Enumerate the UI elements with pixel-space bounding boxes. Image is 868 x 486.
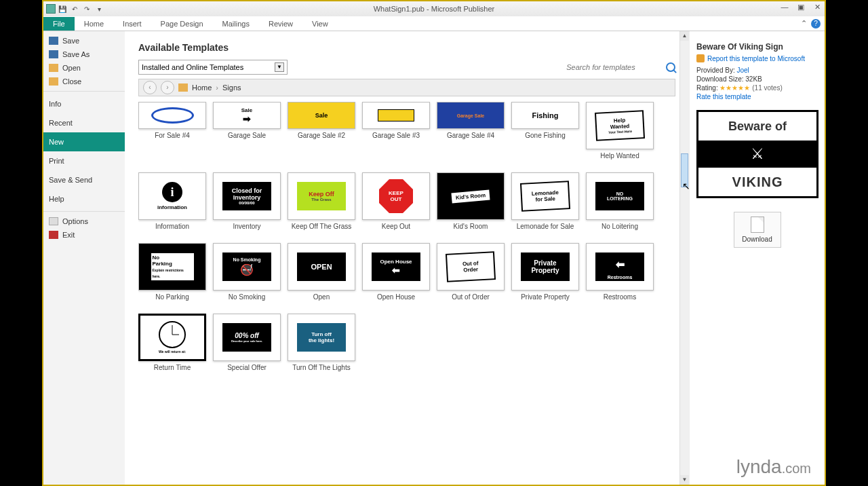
template-open[interactable]: OPEN Open xyxy=(288,243,355,301)
app-window: 💾 ↶ ↷ ▾ WhatSign1.pub - Microsoft Publis… xyxy=(42,0,826,486)
template-keep-off-grass[interactable]: Keep OffThe Grass Keep Off The Grass xyxy=(288,172,355,231)
template-lemonade[interactable]: Lemonadefor Sale Lemonade for Sale xyxy=(511,172,579,231)
tab-home[interactable]: Home xyxy=(75,17,113,31)
star-icons: ★★★★★ xyxy=(719,84,750,92)
top-controls: Installed and Online Templates ▼ xyxy=(138,60,675,75)
exit-icon xyxy=(49,231,58,239)
sidebar-save-send[interactable]: Save & Send xyxy=(43,170,125,189)
breadcrumb-home[interactable]: Home xyxy=(192,83,212,92)
qat-save-icon[interactable]: 💾 xyxy=(57,3,68,14)
ribbon-minimize-icon[interactable]: ⌃ xyxy=(799,19,808,29)
content-area: Available Templates Installed and Online… xyxy=(125,31,825,485)
provided-by: Provided By: Joel xyxy=(696,67,818,74)
template-no-loitering[interactable]: NOLOITERING No Loitering xyxy=(586,172,654,231)
download-size: Download Size: 32KB xyxy=(696,75,818,83)
home-icon[interactable] xyxy=(178,83,188,92)
sidebar-print[interactable]: Print xyxy=(43,151,125,170)
scroll-down-icon[interactable]: ▼ xyxy=(680,475,689,485)
template-garage-sale-2[interactable]: Sale Garage Sale #2 xyxy=(288,102,355,160)
template-garage-sale-3[interactable]: Garage Sale #3 xyxy=(362,102,430,160)
template-help-wanted[interactable]: HelpWantedYour Text Here Help Wanted xyxy=(586,102,654,160)
help-icon[interactable]: ? xyxy=(811,19,821,29)
viking-icon: ⚔ xyxy=(698,141,816,168)
search-input[interactable] xyxy=(540,63,662,71)
options-icon xyxy=(49,217,58,225)
quick-access-toolbar: 💾 ↶ ↷ ▾ xyxy=(43,3,104,14)
sidebar-open[interactable]: Open xyxy=(43,61,125,75)
chevron-down-icon[interactable]: ▼ xyxy=(275,62,284,72)
rating: Rating: ★★★★★ (11 votes) xyxy=(696,84,818,92)
template-information[interactable]: iinformation Information xyxy=(138,172,206,231)
template-inventory[interactable]: Closed forInventory00/00/00 Inventory xyxy=(213,172,281,231)
qat-redo-icon[interactable]: ↷ xyxy=(81,3,92,14)
maximize-button[interactable]: ▣ xyxy=(796,3,806,12)
template-preview: Beware of ⚔ VIKING xyxy=(696,110,818,198)
template-garage-sale-4[interactable]: Garage Sale Garage Sale #4 xyxy=(437,102,505,160)
template-restrooms[interactable]: ⬅Restrooms Restrooms xyxy=(586,243,654,301)
sidebar-help[interactable]: Help xyxy=(43,189,125,208)
available-templates-heading: Available Templates xyxy=(138,42,675,53)
template-gone-fishing[interactable]: Fishing Gone Fishing xyxy=(511,102,579,160)
detail-title: Beware Of Viking Sign xyxy=(696,42,818,52)
tab-file[interactable]: File xyxy=(43,17,75,31)
template-return-time[interactable]: We will return at: Return Time xyxy=(138,314,206,372)
save-icon xyxy=(49,37,58,45)
search-area xyxy=(540,62,675,72)
template-special-offer[interactable]: 00% offDescribe your sale here. Special … xyxy=(213,314,281,372)
search-icon[interactable] xyxy=(666,62,675,72)
tab-insert[interactable]: Insert xyxy=(113,17,151,31)
template-private-property[interactable]: PrivateProperty Private Property xyxy=(511,243,579,301)
sidebar-close[interactable]: Close xyxy=(43,75,125,88)
qat-undo-icon[interactable]: ↶ xyxy=(69,3,80,14)
tab-review[interactable]: Review xyxy=(259,17,302,31)
sidebar-info[interactable]: Info xyxy=(43,94,125,113)
templates-area: Available Templates Installed and Online… xyxy=(125,31,689,485)
template-no-parking[interactable]: NoParkingExplain restrictions here. No P… xyxy=(138,243,206,301)
scroll-up-icon[interactable]: ▲ xyxy=(680,31,689,41)
backstage-main: Save Save As Open Close Info Recent New … xyxy=(43,31,825,485)
window-title: WhatSign1.pub - Microsoft Publisher xyxy=(374,5,495,13)
close-button[interactable]: ✕ xyxy=(812,3,822,12)
backstage-sidebar: Save Save As Open Close Info Recent New … xyxy=(43,31,125,485)
user-icon xyxy=(696,54,705,62)
app-icon xyxy=(46,4,56,14)
tab-mailings[interactable]: Mailings xyxy=(213,17,259,31)
close-icon xyxy=(49,77,58,86)
window-controls: — ▣ ✕ xyxy=(780,3,822,12)
template-no-smoking[interactable]: No Smoking🚭 No Smoking xyxy=(213,243,281,301)
details-panel: Beware Of Viking Sign Report this templa… xyxy=(689,31,825,485)
template-garage-sale[interactable]: Sale➡ Garage Sale xyxy=(213,102,281,160)
save-as-icon xyxy=(49,50,58,58)
lynda-logo: lynda.com xyxy=(736,456,811,478)
qat-customize-icon[interactable]: ▾ xyxy=(94,3,104,14)
ribbon-tabs: File Home Insert Page Design Mailings Re… xyxy=(43,16,825,31)
forward-button[interactable]: › xyxy=(161,81,174,94)
template-out-of-order[interactable]: Out ofOrder Out of Order xyxy=(437,243,505,301)
template-kids-room[interactable]: Kid's Room Kid's Room xyxy=(437,172,505,231)
download-button[interactable]: Download xyxy=(734,212,781,248)
sidebar-new[interactable]: New xyxy=(43,132,125,151)
sidebar-save[interactable]: Save xyxy=(43,34,125,48)
cursor-icon: ↖ xyxy=(682,181,689,191)
back-button[interactable]: ‹ xyxy=(143,81,157,94)
tab-view[interactable]: View xyxy=(302,17,338,31)
breadcrumb-bar: ‹ › Home › Signs xyxy=(138,79,675,96)
sidebar-save-as[interactable]: Save As xyxy=(43,48,125,61)
open-icon xyxy=(49,64,58,72)
document-icon xyxy=(751,217,764,233)
template-source-combo[interactable]: Installed and Online Templates ▼ xyxy=(138,60,288,75)
sidebar-options[interactable]: Options xyxy=(43,214,125,228)
title-bar: 💾 ↶ ↷ ▾ WhatSign1.pub - Microsoft Publis… xyxy=(43,1,825,16)
template-keep-out[interactable]: KEEPOUT Keep Out xyxy=(362,172,430,231)
template-open-house[interactable]: Open House⬅ Open House xyxy=(362,243,430,301)
tab-page-design[interactable]: Page Design xyxy=(151,17,213,31)
template-turn-off-lights[interactable]: Turn offthe lights! Turn Off The Lights xyxy=(288,314,355,372)
sidebar-recent[interactable]: Recent xyxy=(43,113,125,132)
report-template-link[interactable]: Report this template to Microsoft xyxy=(696,54,818,62)
sidebar-exit[interactable]: Exit xyxy=(43,228,125,242)
template-for-sale-4[interactable]: For Sale #4 xyxy=(138,102,206,160)
gallery-scrollbar[interactable]: ▲ ▼ ↖ xyxy=(679,31,689,485)
breadcrumb-signs[interactable]: Signs xyxy=(222,83,241,92)
rate-template-link[interactable]: Rate this template xyxy=(696,93,751,100)
minimize-button[interactable]: — xyxy=(780,3,789,12)
